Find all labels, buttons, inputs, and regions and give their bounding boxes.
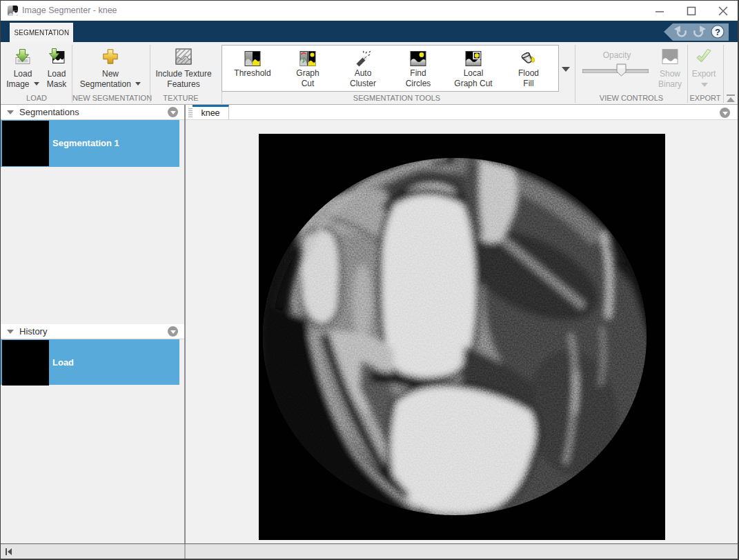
svg-text:?: ? [715,27,720,37]
